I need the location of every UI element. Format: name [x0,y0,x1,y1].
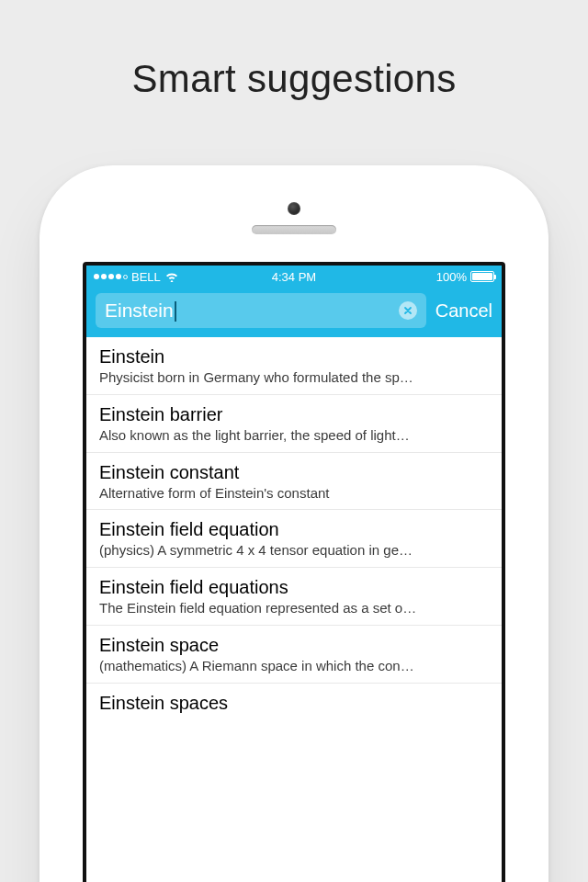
suggestion-title: Einstein constant [99,461,489,484]
phone-frame: BELL 4:34 PM 100% Einstein Cancel [40,165,548,882]
suggestion-subtitle: Physicist born in Germany who formulated… [99,369,489,387]
battery-pct: 100% [436,270,467,284]
search-input[interactable]: Einstein [96,293,426,328]
suggestion-row[interactable]: Einstein space (mathematics) A Riemann s… [86,626,502,684]
suggestion-title: Einstein spaces [99,692,489,715]
suggestion-title: Einstein space [99,634,489,657]
phone-camera [288,202,300,215]
suggestion-subtitle: (mathematics) A Riemann space in which t… [99,658,489,675]
search-input-value: Einstein [105,300,391,322]
suggestion-subtitle: The Einstein field equation represented … [99,600,489,617]
suggestion-row[interactable]: Einstein field equation (physics) A symm… [86,510,502,568]
signal-dots-icon [94,274,128,279]
clear-icon[interactable] [399,301,417,320]
suggestion-title: Einstein field equations [99,576,489,599]
page-headline: Smart suggestions [0,0,588,101]
battery-icon [470,271,494,282]
status-left: BELL [94,270,179,284]
suggestion-list[interactable]: Einstein Physicist born in Germany who f… [86,337,502,718]
status-bar: BELL 4:34 PM 100% [86,266,502,288]
phone-speaker [252,225,336,234]
suggestion-subtitle: Also known as the light barrier, the spe… [99,427,489,445]
suggestion-title: Einstein [99,345,489,368]
suggestion-row[interactable]: Einstein spaces [86,684,502,718]
carrier-label: BELL [131,270,161,284]
phone-screen: BELL 4:34 PM 100% Einstein Cancel [83,262,505,882]
wifi-icon [164,271,179,282]
cancel-button[interactable]: Cancel [435,300,492,322]
suggestion-row[interactable]: Einstein constant Alternative form of Ei… [86,453,502,511]
suggestion-title: Einstein barrier [99,403,489,426]
suggestion-row[interactable]: Einstein barrier Also known as the light… [86,395,502,453]
suggestion-subtitle: (physics) A symmetric 4 x 4 tensor equat… [99,542,489,560]
status-right: 100% [436,270,494,284]
suggestion-row[interactable]: Einstein field equations The Einstein fi… [86,568,502,626]
suggestion-subtitle: Alternative form of Einstein's constant [99,485,489,503]
suggestion-row[interactable]: Einstein Physicist born in Germany who f… [86,337,502,395]
search-bar: Einstein Cancel [86,288,502,337]
suggestion-title: Einstein field equation [99,518,489,541]
